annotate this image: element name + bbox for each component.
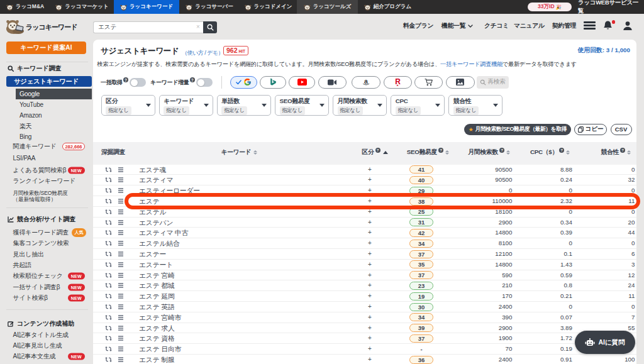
- platform-google-button[interactable]: [230, 76, 257, 89]
- keyword-cell[interactable]: エステ 都城: [139, 280, 175, 290]
- drilldown-icon[interactable]: [105, 336, 112, 341]
- keyword-cell[interactable]: エステ 求人: [139, 323, 175, 333]
- csv-button[interactable]: CSV: [611, 124, 632, 135]
- kubun-cell[interactable]: +: [345, 249, 395, 259]
- platform-video-button[interactable]: [318, 76, 347, 89]
- bulk-survey-link[interactable]: 一括キーワード調査機能: [440, 61, 502, 67]
- notification-bell-icon[interactable]: [603, 20, 616, 31]
- menu-icon[interactable]: [584, 21, 596, 30]
- kubun-cell[interactable]: +: [345, 333, 395, 343]
- sidebar-item[interactable]: Amazon: [0, 110, 92, 121]
- demo-link[interactable]: デモ: [207, 50, 218, 56]
- row-menu-icon[interactable]: [118, 251, 123, 256]
- drilldown-icon[interactable]: [105, 283, 112, 289]
- sidebar-item[interactable]: Bing: [0, 131, 92, 142]
- help-icon[interactable]: ?: [438, 148, 443, 153]
- drilldown-icon[interactable]: [105, 262, 112, 267]
- keyword-cell[interactable]: エステ 制服: [139, 355, 175, 364]
- nav-manual[interactable]: マニュアル: [514, 14, 545, 38]
- drilldown-icon[interactable]: [105, 314, 112, 320]
- row-menu-icon[interactable]: [118, 294, 123, 299]
- kubun-cell[interactable]: +: [345, 302, 395, 312]
- drilldown-icon[interactable]: [105, 241, 112, 246]
- row-menu-icon[interactable]: [118, 220, 123, 225]
- sidebar-item[interactable]: 一括サイト調査β NEW: [0, 282, 92, 292]
- help-icon[interactable]: ?: [190, 77, 196, 83]
- platform-amazon-button[interactable]: a: [352, 76, 380, 89]
- sidebar-item[interactable]: AI記事本文生成 NEW: [0, 351, 92, 362]
- keyword-cell[interactable]: エスティマ 中古: [139, 228, 188, 238]
- kubun-cell[interactable]: +: [345, 238, 395, 248]
- sidebar-item[interactable]: AI記事見出し生成: [0, 341, 92, 351]
- row-menu-icon[interactable]: [118, 209, 123, 214]
- column-keyword[interactable]: キーワード: [192, 142, 286, 162]
- platform-rakuten-button[interactable]: R: [384, 76, 412, 89]
- kubun-cell[interactable]: +: [345, 218, 395, 228]
- drilldown-icon[interactable]: [105, 251, 112, 256]
- kubun-cell[interactable]: +: [345, 270, 395, 280]
- row-menu-icon[interactable]: [118, 315, 123, 320]
- nav-reviews[interactable]: クチコミ: [484, 14, 509, 38]
- drilldown-icon[interactable]: [105, 294, 112, 299]
- filter-dropdown[interactable]: 競合性 指定なし: [448, 95, 502, 116]
- topbar-tab[interactable]: ラッコドメイン: [240, 0, 297, 14]
- usage-guide-link[interactable]: 使い方: [187, 50, 204, 56]
- research-button[interactable]: 再検索: [477, 76, 509, 89]
- account-icon[interactable]: [622, 20, 634, 31]
- clear-search-icon[interactable]: ×: [193, 24, 203, 30]
- keyword-cell[interactable]: エステ: [139, 196, 160, 206]
- help-icon[interactable]: ?: [499, 148, 504, 153]
- bulk-fetch-toggle[interactable]: [130, 78, 146, 87]
- column-seo-difficulty[interactable]: SEO難易度?: [407, 142, 449, 162]
- drilldown-icon[interactable]: [105, 325, 112, 331]
- kubun-cell[interactable]: +: [345, 207, 395, 217]
- kubun-cell[interactable]: +: [345, 280, 395, 290]
- kubun-cell[interactable]: +: [345, 323, 395, 333]
- drilldown-icon[interactable]: [105, 177, 112, 183]
- help-icon[interactable]: ?: [559, 148, 564, 153]
- sidebar-item[interactable]: 楽天: [0, 121, 92, 131]
- drilldown-icon[interactable]: [105, 304, 112, 309]
- sidebar-item[interactable]: Google: [16, 89, 92, 99]
- fetch-latest-button[interactable]: ★ 月間検索数/SEO難易度（最新）を取得: [464, 124, 571, 135]
- keyword-cell[interactable]: エステ 延岡: [139, 291, 175, 301]
- sidebar-item[interactable]: AI記事タイトル生成: [0, 330, 92, 341]
- sidebar-item[interactable]: 獲得キーワード調査 人気: [0, 227, 92, 238]
- keyword-cell[interactable]: エステート: [139, 260, 173, 270]
- column-competition[interactable]: 競合性?: [601, 142, 631, 162]
- row-menu-icon[interactable]: [118, 262, 123, 267]
- topbar-tab[interactable]: ラッコツールズ: [297, 0, 358, 14]
- keyword-cell[interactable]: エステバン: [139, 218, 173, 228]
- sidebar-item[interactable]: 検索順位チェック NEW: [0, 271, 92, 282]
- keyword-suggestion-ai-button[interactable]: キーワード提案AI: [6, 41, 86, 54]
- keyword-boost-toggle[interactable]: [196, 78, 213, 87]
- sidebar-item[interactable]: 共起語: [0, 260, 92, 270]
- kubun-cell[interactable]: +: [345, 291, 395, 301]
- keyword-cell[interactable]: エステ 資格: [139, 333, 175, 343]
- rakko-logo-icon[interactable]: [6, 18, 25, 35]
- keyword-cell[interactable]: エスティマ: [139, 175, 173, 185]
- row-menu-icon[interactable]: [118, 326, 123, 331]
- filter-dropdown[interactable]: SEO難易度 指定なし: [275, 95, 329, 116]
- keyword-cell[interactable]: エスティーローダー: [139, 185, 200, 196]
- help-icon[interactable]: ?: [123, 77, 129, 83]
- search-button[interactable]: [203, 21, 217, 34]
- platform-cart-button[interactable]: [414, 76, 443, 89]
- keyword-cell[interactable]: エステ 宮崎市: [139, 312, 181, 323]
- kubun-cell[interactable]: +: [345, 165, 395, 175]
- kubun-cell[interactable]: +: [345, 228, 395, 238]
- row-menu-icon[interactable]: [118, 167, 123, 172]
- sidebar-item[interactable]: ランクインキーワード: [0, 176, 92, 187]
- row-menu-icon[interactable]: [118, 230, 123, 235]
- topbar-tab[interactable]: ラッコM&A: [0, 0, 50, 14]
- platform-bing-button[interactable]: [260, 76, 286, 89]
- topbar-tab[interactable]: ラッコキーワード: [114, 0, 179, 14]
- column-cpc[interactable]: CPC（$）?: [530, 142, 570, 162]
- nav-pricing[interactable]: 料金プラン: [403, 14, 433, 38]
- sidebar-item[interactable]: サジェストキーワード: [6, 76, 92, 87]
- kubun-cell[interactable]: +: [345, 312, 395, 323]
- row-menu-icon[interactable]: [118, 357, 123, 362]
- filter-dropdown[interactable]: CPC 指定なし: [391, 95, 445, 116]
- sidebar-item[interactable]: サイト検索β NEW: [0, 293, 92, 304]
- kubun-cell[interactable]: +: [345, 260, 395, 270]
